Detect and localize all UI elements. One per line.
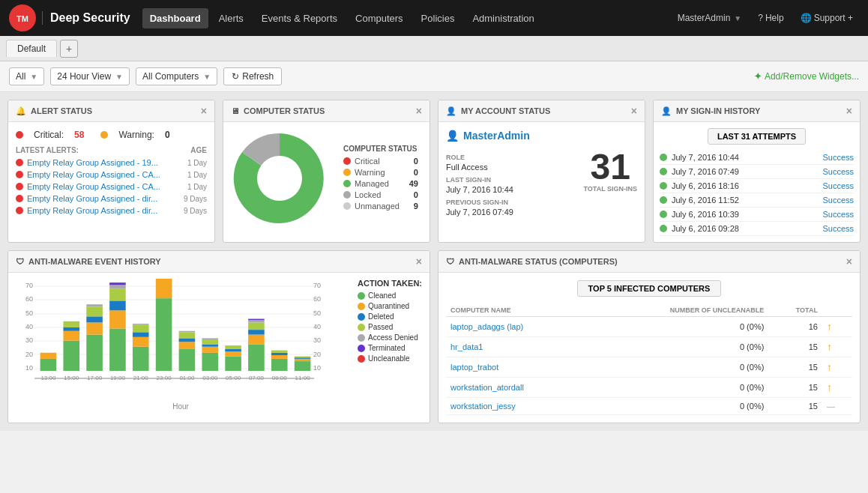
latest-alerts-header: LATEST ALERTS: AGE — [16, 146, 207, 154]
signin-status[interactable]: Success — [822, 196, 854, 205]
computer-name[interactable]: hr_data1 — [446, 337, 589, 357]
signin-status[interactable]: Success — [822, 153, 854, 162]
total-value: 15 — [768, 357, 822, 378]
all-select[interactable]: All ▼ — [9, 67, 44, 85]
tab-default[interactable]: Default — [6, 40, 57, 57]
bar-segment — [109, 288, 126, 300]
top5-button[interactable]: TOP 5 INFECTED COMPUTERS — [577, 280, 722, 297]
uncleanable-value: 0 (0%) — [589, 398, 768, 415]
trend-cell: — — [822, 398, 852, 415]
bar-segment — [271, 353, 288, 355]
x-label: 13:00 — [40, 375, 56, 381]
legend-label: Unmanaged — [355, 202, 400, 211]
support-icon: 🌐 — [801, 13, 812, 23]
bar-segment — [225, 351, 241, 356]
total-value: 15 — [768, 398, 822, 415]
bar-segment — [179, 332, 196, 338]
nav-policies[interactable]: Policies — [414, 8, 462, 28]
bar-segment — [295, 359, 311, 361]
computer-name[interactable]: workstation_atordall — [446, 378, 589, 398]
role-value: Full Access — [446, 163, 568, 172]
infected-computers-table: COMPUTER NAME NUMBER OF UNCLEANABLE TOTA… — [446, 304, 852, 415]
computer-name[interactable]: workstation_jessy — [446, 398, 589, 415]
bar-segment — [202, 344, 218, 346]
account-status-close[interactable]: × — [631, 105, 637, 117]
prev-signin-label: PREVIOUS SIGN-IN — [446, 199, 568, 206]
computer-name[interactable]: laptop_trabot — [446, 357, 589, 378]
last-attempts-button[interactable]: LAST 31 ATTEMPTS — [708, 128, 806, 145]
bar-segment — [202, 339, 218, 344]
uncleanable-value: 0 (0%) — [589, 317, 768, 337]
antimalware-icon: 🛡 — [16, 257, 24, 266]
legend-row: Unmanaged 9 — [343, 202, 418, 211]
critical-dot — [16, 131, 23, 139]
bar-chart-svg: 70 60 50 40 30 20 10 70 60 50 40 30 20 — [16, 279, 331, 399]
trend-cell: ↑ — [822, 378, 852, 398]
signin-status[interactable]: Success — [822, 224, 854, 233]
nav-events-reports[interactable]: Events & Reports — [254, 8, 345, 28]
signin-status[interactable]: Success — [822, 210, 854, 219]
signin-history-widget: 👤 MY SIGN-IN HISTORY × LAST 31 ATTEMPTS … — [653, 100, 861, 243]
signin-item: July 7, 2016 07:49 Success — [660, 165, 854, 179]
view-select[interactable]: 24 Hour View ▼ — [50, 67, 130, 85]
action-dot — [358, 355, 365, 363]
nav-alerts[interactable]: Alerts — [211, 8, 251, 28]
action-row: Passed — [358, 323, 422, 331]
nav-help[interactable]: ? Help — [752, 10, 789, 26]
alert-status-close[interactable]: × — [201, 105, 207, 117]
refresh-button[interactable]: ↻ Refresh — [223, 67, 282, 85]
signin-status[interactable]: Success — [822, 181, 854, 190]
action-row: Deleted — [358, 312, 422, 321]
trend-cell: ↑ — [822, 317, 852, 337]
svg-text:50: 50 — [313, 309, 321, 317]
nav-user[interactable]: MasterAdmin ▼ — [672, 10, 748, 26]
bar-segment — [248, 344, 265, 371]
last-signin-value: July 7, 2016 10:44 — [446, 185, 568, 194]
alert-item: Empty Relay Group Assigned - 19... 1 Day — [16, 158, 207, 167]
alert-dot — [16, 159, 23, 166]
table-row: workstation_atordall 0 (0%) 15 ↑ — [446, 378, 852, 398]
computer-status-close[interactable]: × — [416, 105, 422, 117]
warning-label: Warning: — [118, 130, 154, 140]
legend-dot — [343, 202, 351, 210]
alert-text[interactable]: Empty Relay Group Assigned - dir... — [27, 194, 180, 203]
action-dot — [358, 345, 365, 352]
signin-status[interactable]: Success — [822, 167, 854, 176]
signin-history-header: 👤 MY SIGN-IN HISTORY × — [654, 100, 860, 122]
toolbar: All ▼ 24 Hour View ▼ All Computers ▼ ↻ R… — [0, 61, 868, 92]
x-label: 09:00 — [272, 375, 288, 381]
help-icon: ? — [758, 13, 763, 23]
x-label: 21:00 — [133, 375, 149, 381]
computers-select[interactable]: All Computers ▼ — [136, 67, 217, 85]
alert-text[interactable]: Empty Relay Group Assigned - CA... — [27, 182, 184, 191]
bars-group — [40, 279, 311, 371]
nav-computers[interactable]: Computers — [348, 8, 411, 28]
antimalware-history-close[interactable]: × — [416, 255, 422, 267]
bar-segment — [133, 324, 149, 325]
antimalware-status-close[interactable]: × — [846, 255, 852, 267]
alert-text[interactable]: Empty Relay Group Assigned - CA... — [27, 170, 184, 179]
top-navigation: TM Deep Security Dashboard Alerts Events… — [0, 0, 868, 36]
nav-administration[interactable]: Administration — [465, 8, 541, 28]
nav-dashboard[interactable]: Dashboard — [142, 8, 208, 28]
computer-status-body: COMPUTER STATUS Critical 0 Warning 0 Man… — [223, 122, 430, 235]
action-row: Terminated — [358, 344, 422, 352]
antimalware-status-header: 🛡 ANTI-MALWARE STATUS (COMPUTERS) × — [438, 251, 860, 273]
bar-segment — [295, 357, 311, 359]
trend-cell: ↑ — [822, 337, 852, 357]
tab-add-button[interactable]: + — [60, 40, 78, 58]
add-widget-button[interactable]: ✦ Add/Remove Widgets... — [754, 71, 859, 82]
signin-history-close[interactable]: × — [846, 105, 852, 117]
total-value: 16 — [768, 317, 822, 337]
prev-signin-value: July 7, 2016 07:49 — [446, 208, 568, 217]
computer-name[interactable]: laptop_adaggs (lap) — [446, 317, 589, 337]
total-signins-label: TOTAL SIGN-INS — [583, 185, 637, 193]
account-username[interactable]: MasterAdmin — [463, 130, 530, 142]
computer-status-header: 🖥 COMPUTER STATUS × — [223, 100, 430, 122]
bar-segment — [109, 310, 126, 328]
alert-text[interactable]: Empty Relay Group Assigned - 19... — [27, 158, 184, 167]
svg-text:70: 70 — [313, 282, 321, 289]
nav-support[interactable]: 🌐 Support + — [795, 10, 859, 26]
bar-segment — [156, 279, 172, 298]
alert-text[interactable]: Empty Relay Group Assigned - dir... — [27, 206, 180, 215]
